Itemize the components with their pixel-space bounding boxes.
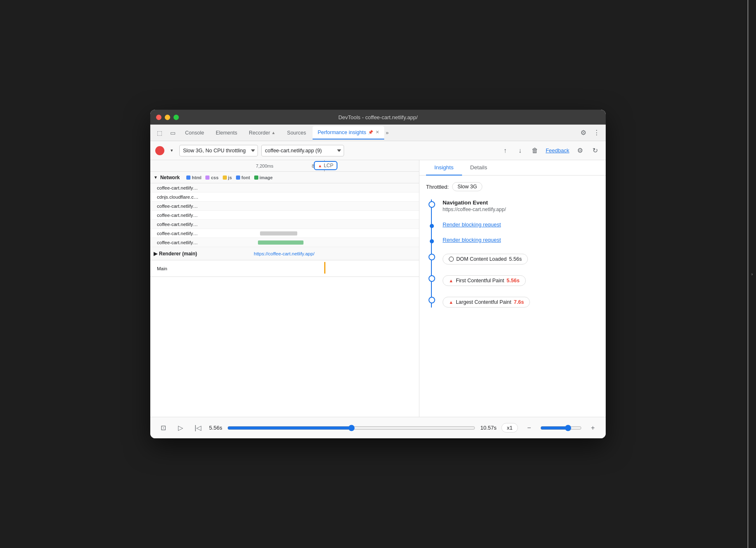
main-content: 7,200ms 8,000ms ▲ LCP ▼ Network html xyxy=(150,160,606,417)
tab-close-icon[interactable]: ✕ xyxy=(376,130,379,135)
ruler-mark-1: 7,200ms xyxy=(256,163,273,168)
network-label: Network xyxy=(160,175,180,180)
renderer-section-header[interactable]: ▶ Renderer (main) https://coffee-cart.ne… xyxy=(150,247,419,260)
window-title: DevTools - coffee-cart.netlify.app/ xyxy=(338,114,418,120)
net-bar-area xyxy=(254,220,419,228)
record-dropdown[interactable]: ▾ xyxy=(168,146,176,155)
event-timeline: Navigation Event https://coffee-cart.net… xyxy=(426,199,599,308)
play-button[interactable]: ▷ xyxy=(174,422,187,434)
net-bar-area xyxy=(254,192,419,201)
render-blocking-link-2[interactable]: Render blocking request xyxy=(443,237,599,243)
record-button[interactable] xyxy=(155,146,164,155)
toolbar: ▾ Slow 3G, No CPU throttling No throttli… xyxy=(150,141,606,160)
renderer-title: Renderer (main) xyxy=(159,251,197,257)
renderer-label: ▶ Renderer (main) xyxy=(150,251,254,257)
table-row: cdnjs.cloudflare.c… xyxy=(150,192,419,202)
js-color-dot xyxy=(223,175,227,180)
close-button[interactable] xyxy=(156,115,161,120)
lcp-label-text: Largest Contentful Paint xyxy=(456,299,511,305)
event-dot-fcp xyxy=(429,275,435,282)
navigation-event-url: https://coffee-cart.netlify.app/ xyxy=(443,207,599,212)
net-row-label: coffee-cart.netlify… xyxy=(150,231,254,236)
device-toggle-icon[interactable]: ▭ xyxy=(167,127,178,139)
event-render-block-1: Render blocking request xyxy=(443,221,599,228)
net-bar-area xyxy=(254,238,419,247)
gear-icon[interactable]: ⚙ xyxy=(574,145,586,156)
titlebar: DevTools - coffee-cart.netlify.app/ xyxy=(150,110,606,125)
settings-icon[interactable]: ⚙ xyxy=(578,127,589,139)
tab-sources[interactable]: Sources xyxy=(282,126,311,139)
delete-icon[interactable]: 🗑 xyxy=(529,145,541,156)
render-blocking-link-1[interactable]: Render blocking request xyxy=(443,221,599,228)
pin-icon: 📌 xyxy=(368,130,373,135)
tab-performance[interactable]: Performance insights 📌 ✕ xyxy=(313,126,384,139)
fcp-label: First Contentful Paint xyxy=(456,278,504,284)
net-bar-area xyxy=(254,183,419,192)
speed-selector[interactable]: x1 xyxy=(501,423,518,433)
table-row: coffee-cart.netlify… xyxy=(150,211,419,220)
net-bar-area xyxy=(254,211,419,219)
upload-icon[interactable]: ↑ xyxy=(499,145,511,156)
renderer-url-link[interactable]: https://coffee-cart.netlify.app/ xyxy=(254,251,315,256)
tab-overflow-button[interactable]: » xyxy=(386,130,389,136)
throttle-select[interactable]: Slow 3G, No CPU throttling No throttling… xyxy=(179,145,258,156)
net-row-label: cdnjs.cloudflare.c… xyxy=(150,195,254,199)
left-panel: 7,200ms 8,000ms ▲ LCP ▼ Network html xyxy=(150,160,419,417)
event-fcp: ▲ First Contentful Paint 5.56s xyxy=(443,274,599,286)
download-icon[interactable]: ↓ xyxy=(514,145,526,156)
throttle-value: Slow 3G xyxy=(452,182,482,191)
reload-icon[interactable]: ↻ xyxy=(589,145,601,156)
url-select[interactable]: coffee-cart.netlify.app (9) coffee-cart.… xyxy=(261,145,344,156)
legend-js: js xyxy=(223,175,232,180)
skip-to-start-icon[interactable]: |◁ xyxy=(192,422,204,434)
zoom-slider[interactable] xyxy=(540,425,582,431)
minimize-button[interactable] xyxy=(165,115,170,120)
dcl-pill: DOM Content Loaded 5.56s xyxy=(443,254,528,264)
network-collapse-icon: ▼ xyxy=(154,175,158,180)
inspect-icon[interactable]: ⬚ xyxy=(154,127,165,139)
network-section-header[interactable]: ▼ Network html css js xyxy=(150,172,419,183)
throttled-label: Throttled: xyxy=(426,184,449,190)
devtools-window: DevTools - coffee-cart.netlify.app/ ⬚ ▭ … xyxy=(150,110,606,438)
timeline-scrubber[interactable] xyxy=(227,425,475,431)
maximize-button[interactable] xyxy=(173,115,179,120)
flame-task-bar xyxy=(324,262,325,274)
event-render-block-2: Render blocking request xyxy=(443,237,599,243)
navigation-event-title: Navigation Event xyxy=(443,199,599,206)
net-bar-area xyxy=(254,229,419,238)
zoom-out-icon[interactable]: − xyxy=(523,422,535,434)
css-color-dot xyxy=(205,175,209,180)
event-dot-lcp xyxy=(429,297,435,303)
legend-css: css xyxy=(205,175,218,180)
fcp-warning-icon: ▲ xyxy=(449,278,453,283)
legend-image: image xyxy=(254,175,273,180)
tab-console[interactable]: Console xyxy=(180,126,209,139)
insights-tabs: Insights Details xyxy=(419,160,606,175)
screenshot-toggle-icon[interactable]: ⊡ xyxy=(157,422,169,434)
table-row: coffee-cart.netlify… xyxy=(150,238,419,247)
legend-html: html xyxy=(186,175,201,180)
main-track-row: Main xyxy=(150,260,419,277)
window-controls xyxy=(156,115,179,120)
legend-font: font xyxy=(236,175,250,180)
main-track-label: Main xyxy=(150,266,254,271)
more-options-icon[interactable]: ⋮ xyxy=(591,127,602,139)
bottom-bar: ⊡ ▷ |◁ 5.56s 10.57s x1 − + xyxy=(150,417,606,438)
feedback-link[interactable]: Feedback xyxy=(546,147,569,154)
tab-recorder[interactable]: Recorder ▲ xyxy=(244,126,280,139)
net-row-label: coffee-cart.netlify… xyxy=(150,185,254,190)
lcp-label: LCP xyxy=(324,163,333,168)
event-dot-render-block-2 xyxy=(430,239,434,243)
zoom-in-icon[interactable]: + xyxy=(587,422,599,434)
tab-insights[interactable]: Insights xyxy=(426,160,462,175)
net-row-label: coffee-cart.netlify… xyxy=(150,240,254,245)
image-color-dot xyxy=(254,175,258,180)
lcp-value: 7.6s xyxy=(514,299,524,305)
tab-details[interactable]: Details xyxy=(462,160,496,175)
tab-elements[interactable]: Elements xyxy=(211,126,242,139)
table-row: coffee-cart.netlify… xyxy=(150,220,419,229)
net-row-label: coffee-cart.netlify… xyxy=(150,213,254,218)
net-bar-gray xyxy=(260,231,297,236)
event-navigation: Navigation Event https://coffee-cart.net… xyxy=(443,199,599,212)
net-bar-green xyxy=(258,240,303,245)
